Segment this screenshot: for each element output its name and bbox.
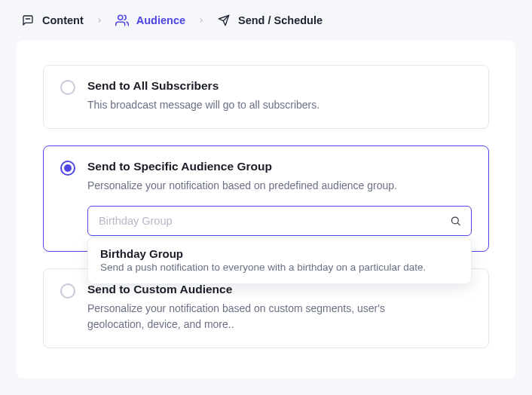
audience-icon bbox=[115, 14, 129, 27]
option-title: Send to Custom Audience bbox=[87, 283, 472, 296]
option-specific-audience[interactable]: Send to Specific Audience Group Personal… bbox=[43, 145, 489, 252]
radio-specific[interactable] bbox=[60, 161, 75, 176]
send-icon bbox=[217, 14, 231, 27]
option-all-subscribers[interactable]: Send to All Subscribers This broadcast m… bbox=[43, 65, 489, 129]
audience-panel: Send to All Subscribers This broadcast m… bbox=[17, 41, 515, 378]
radio-all[interactable] bbox=[60, 80, 75, 95]
step-audience[interactable]: Audience bbox=[115, 14, 185, 27]
audience-search-wrap: Birthday Group Send a push notification … bbox=[87, 206, 472, 236]
svg-point-1 bbox=[118, 15, 123, 20]
step-send[interactable]: Send / Schedule bbox=[217, 14, 323, 27]
audience-dropdown: Birthday Group Send a push notification … bbox=[87, 237, 472, 284]
step-label: Content bbox=[42, 14, 84, 26]
audience-search-input[interactable] bbox=[87, 206, 472, 236]
dropdown-item-birthday[interactable]: Birthday Group Send a push notification … bbox=[100, 247, 459, 273]
chevron-right-icon bbox=[96, 14, 103, 26]
step-content[interactable]: Content bbox=[21, 14, 84, 27]
wizard-stepper: Content Audience Send / Schedule bbox=[0, 0, 532, 41]
radio-custom[interactable] bbox=[60, 283, 75, 299]
option-title: Send to All Subscribers bbox=[87, 79, 472, 93]
option-desc: This broadcast message will go to all su… bbox=[87, 97, 419, 113]
option-title: Send to Specific Audience Group bbox=[87, 160, 472, 173]
option-desc: Personalize your notification based on c… bbox=[87, 301, 419, 332]
option-desc: Personalize your notification based on p… bbox=[87, 178, 419, 194]
chevron-right-icon bbox=[197, 14, 205, 26]
step-label: Audience bbox=[136, 14, 185, 26]
dropdown-item-desc: Send a push notification to everyone wit… bbox=[100, 262, 459, 273]
dropdown-item-title: Birthday Group bbox=[100, 247, 459, 260]
content-icon bbox=[21, 14, 35, 27]
step-label: Send / Schedule bbox=[238, 14, 323, 26]
